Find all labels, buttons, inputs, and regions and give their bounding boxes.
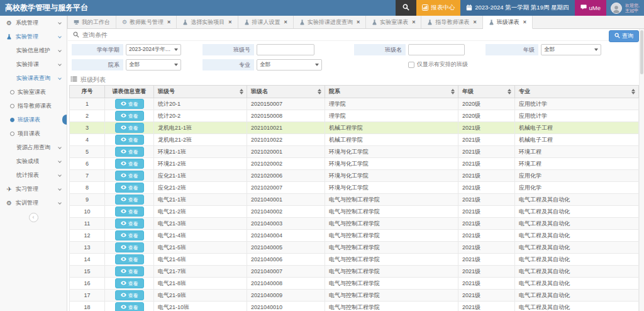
major-cell: 电气工程及其自动化 — [515, 290, 639, 302]
view-timetable-button[interactable]: 查看 — [115, 266, 144, 276]
class-name-input[interactable] — [408, 44, 465, 55]
tab-我的工作台[interactable]: 我的工作台 — [67, 16, 116, 28]
class-no-cell: 电气21-9班 — [154, 290, 247, 302]
tab-教师账号管理[interactable]: ⚙教师账号管理× — [116, 16, 177, 28]
grade-cell: 2020级 — [458, 98, 515, 110]
tab-close-icon[interactable]: × — [167, 19, 170, 25]
view-timetable-button[interactable]: 查看 — [115, 242, 144, 252]
view-timetable-button[interactable]: 查看 — [115, 218, 144, 229]
column-header-班级名[interactable]: 班级名 — [247, 86, 325, 98]
tab-班级课表[interactable]: 班级课表× — [483, 16, 533, 29]
column-header-专业[interactable]: 专业 — [515, 86, 639, 98]
tab-实验排课进度查询[interactable]: 实验排课进度查询× — [294, 16, 366, 28]
class-no-cell: 统计20-2 — [154, 110, 247, 122]
major-cell: 环境工程 — [515, 158, 639, 170]
sidebar-collapse-button[interactable]: ‹ — [29, 213, 38, 222]
class-no-cell: 统计20-1 — [154, 98, 247, 110]
only-scheduled-checkbox[interactable]: 仅显示有安排的班级 — [408, 60, 468, 69]
semester-select[interactable]: 2023-2024学年第二学.. — [126, 44, 181, 55]
sidebar-item-项目课表[interactable]: 项目课表 — [0, 127, 67, 140]
class-no-input[interactable] — [257, 44, 314, 55]
view-timetable-button[interactable]: 查看 — [115, 183, 144, 193]
avatar — [611, 3, 622, 14]
view-button-label: 查看 — [128, 292, 138, 299]
tab-排课人设置[interactable]: 排课人设置× — [238, 16, 294, 28]
sidebar-item-label: 指导教师课表 — [18, 102, 52, 110]
eye-icon — [121, 233, 126, 239]
column-header-院系[interactable]: 院系 — [325, 86, 458, 98]
major-select[interactable]: 全部 — [257, 59, 322, 71]
sidebar-item-实训管理[interactable]: ⚙实训管理 — [0, 196, 67, 210]
tab-实验室课表[interactable]: 实验室课表× — [366, 16, 421, 28]
table-header: 序号课表信息查看班级号班级名院系年级专业 — [70, 86, 639, 98]
view-timetable-button[interactable]: 查看 — [115, 99, 144, 109]
view-timetable-button[interactable]: 查看 — [115, 230, 144, 240]
tab-close-icon[interactable]: × — [228, 19, 231, 25]
dept-field-label: 院系 — [72, 59, 123, 71]
sidebar-item-统计报表[interactable]: 统计报表 — [0, 168, 67, 182]
tab-close-icon[interactable]: × — [412, 19, 415, 25]
vertical-scrollbar[interactable] — [639, 29, 644, 311]
chevron-down-icon — [58, 35, 62, 38]
tab-close-icon[interactable]: × — [284, 19, 287, 25]
global-search-button[interactable] — [396, 0, 416, 16]
row-number: 18 — [70, 302, 105, 311]
sidebar-item-实验成绩[interactable]: 实验成绩 — [0, 154, 67, 168]
tab-close-icon[interactable]: × — [357, 19, 360, 25]
report-center-button[interactable]: 报表中心 — [416, 0, 460, 16]
view-timetable-button[interactable]: 查看 — [115, 302, 144, 311]
sort-icon[interactable] — [508, 89, 511, 94]
view-timetable-button[interactable]: 查看 — [115, 159, 144, 169]
sidebar: ⚙系统管理实验管理实验信息维护实验排课实验课表查询实验室课表指导教师课表班级课表… — [0, 16, 67, 311]
main-content: 查询条件 查询 学年学期 2023-2024学年第二学.. 班级号 班级名 年级… — [68, 29, 644, 311]
sidebar-item-资源占用查询[interactable]: 资源占用查询 — [0, 140, 67, 154]
view-timetable-button[interactable]: 查看 — [115, 290, 144, 300]
checkbox-icon — [408, 62, 414, 68]
tab-close-icon[interactable]: × — [473, 19, 476, 25]
major-cell: 电气工程及其自动化 — [515, 254, 639, 266]
grade-cell: 2021级 — [458, 206, 515, 218]
view-timetable-button[interactable]: 查看 — [115, 195, 144, 205]
sidebar-item-班级课表[interactable]: 班级课表 — [0, 113, 67, 127]
view-timetable-button[interactable]: 查看 — [115, 206, 144, 217]
sidebar-item-实验课表查询[interactable]: 实验课表查询 — [0, 71, 67, 85]
scrollbar-thumb[interactable] — [640, 30, 643, 74]
sort-icon[interactable] — [631, 89, 635, 94]
tab-close-icon[interactable]: × — [523, 19, 526, 25]
view-button-label: 查看 — [128, 137, 138, 144]
eye-icon — [121, 269, 126, 274]
view-button-label: 查看 — [128, 208, 138, 215]
sidebar-item-实验排课[interactable]: 实验排课 — [0, 57, 67, 71]
sort-icon[interactable] — [451, 89, 455, 94]
sidebar-item-实验信息维护[interactable]: 实验信息维护 — [0, 43, 67, 57]
tab-选择实验项目[interactable]: 选择实验项目× — [177, 16, 238, 28]
class-name-cell: 2020150008 — [247, 110, 325, 122]
tab-指导教师课表[interactable]: 指导教师课表× — [421, 16, 482, 28]
view-timetable-button[interactable]: 查看 — [115, 278, 144, 288]
view-timetable-button[interactable]: 查看 — [115, 135, 144, 145]
welcome-text: 欢迎您, 王冠中 — [625, 3, 640, 13]
sidebar-item-系统管理[interactable]: ⚙系统管理 — [0, 16, 67, 30]
table-row: 8查看应化21-2班2021020007环境与化工学院2021级应用化学 — [70, 182, 639, 194]
view-timetable-button[interactable]: 查看 — [115, 123, 144, 133]
ume-chat-button[interactable]: uMe — [575, 0, 606, 16]
column-header-年级[interactable]: 年级 — [458, 86, 515, 98]
sort-icon[interactable] — [240, 89, 243, 94]
view-timetable-button[interactable]: 查看 — [115, 111, 144, 121]
flask-icon — [299, 20, 305, 25]
column-header-班级号[interactable]: 班级号 — [154, 86, 247, 98]
view-timetable-button[interactable]: 查看 — [115, 171, 144, 181]
sort-icon[interactable] — [318, 89, 321, 94]
sidebar-item-指导教师课表[interactable]: 指导教师课表 — [0, 99, 67, 113]
sidebar-item-实验管理[interactable]: 实验管理 — [0, 30, 67, 43]
grade-select[interactable]: 全部 — [541, 44, 601, 55]
view-timetable-button[interactable]: 查看 — [115, 254, 144, 264]
dept-select[interactable]: 全部 — [126, 59, 181, 71]
chevron-down-icon — [315, 64, 319, 66]
sidebar-item-实习管理[interactable]: ✈实习管理 — [0, 182, 67, 196]
chevron-down-icon — [58, 173, 62, 177]
view-button-label: 查看 — [128, 101, 138, 108]
user-menu[interactable]: 欢迎您, 王冠中 — [606, 0, 644, 16]
view-timetable-button[interactable]: 查看 — [115, 147, 144, 157]
sidebar-item-实验室课表[interactable]: 实验室课表 — [0, 85, 67, 99]
